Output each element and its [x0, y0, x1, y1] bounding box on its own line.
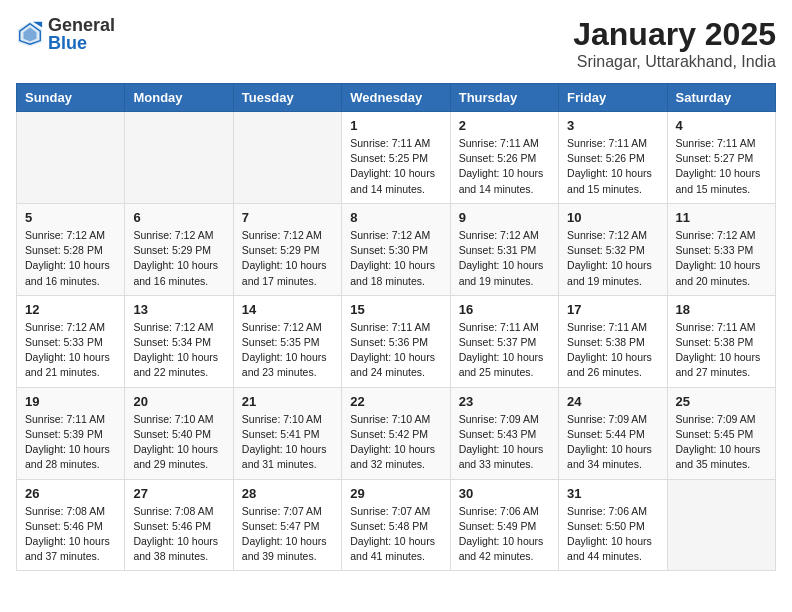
day-info: Sunrise: 7:11 AM Sunset: 5:38 PM Dayligh…	[567, 320, 658, 381]
calendar-cell: 5Sunrise: 7:12 AM Sunset: 5:28 PM Daylig…	[17, 203, 125, 295]
day-info: Sunrise: 7:12 AM Sunset: 5:31 PM Dayligh…	[459, 228, 550, 289]
day-info: Sunrise: 7:12 AM Sunset: 5:32 PM Dayligh…	[567, 228, 658, 289]
weekday-header-sunday: Sunday	[17, 84, 125, 112]
day-number: 21	[242, 394, 333, 409]
calendar-cell: 30Sunrise: 7:06 AM Sunset: 5:49 PM Dayli…	[450, 479, 558, 571]
day-info: Sunrise: 7:07 AM Sunset: 5:48 PM Dayligh…	[350, 504, 441, 565]
day-number: 14	[242, 302, 333, 317]
calendar-cell: 7Sunrise: 7:12 AM Sunset: 5:29 PM Daylig…	[233, 203, 341, 295]
week-row-2: 5Sunrise: 7:12 AM Sunset: 5:28 PM Daylig…	[17, 203, 776, 295]
logo-text: General Blue	[48, 16, 115, 52]
calendar-cell: 20Sunrise: 7:10 AM Sunset: 5:40 PM Dayli…	[125, 387, 233, 479]
day-info: Sunrise: 7:11 AM Sunset: 5:25 PM Dayligh…	[350, 136, 441, 197]
weekday-header-wednesday: Wednesday	[342, 84, 450, 112]
calendar-cell: 21Sunrise: 7:10 AM Sunset: 5:41 PM Dayli…	[233, 387, 341, 479]
day-info: Sunrise: 7:12 AM Sunset: 5:33 PM Dayligh…	[25, 320, 116, 381]
calendar-cell: 12Sunrise: 7:12 AM Sunset: 5:33 PM Dayli…	[17, 295, 125, 387]
calendar-cell	[17, 112, 125, 204]
calendar-cell: 10Sunrise: 7:12 AM Sunset: 5:32 PM Dayli…	[559, 203, 667, 295]
logo-blue: Blue	[48, 34, 115, 52]
weekday-header-monday: Monday	[125, 84, 233, 112]
week-row-1: 1Sunrise: 7:11 AM Sunset: 5:25 PM Daylig…	[17, 112, 776, 204]
weekday-header-thursday: Thursday	[450, 84, 558, 112]
calendar-cell: 9Sunrise: 7:12 AM Sunset: 5:31 PM Daylig…	[450, 203, 558, 295]
day-info: Sunrise: 7:11 AM Sunset: 5:26 PM Dayligh…	[567, 136, 658, 197]
day-info: Sunrise: 7:11 AM Sunset: 5:36 PM Dayligh…	[350, 320, 441, 381]
day-number: 19	[25, 394, 116, 409]
day-number: 25	[676, 394, 767, 409]
weekday-header-row: SundayMondayTuesdayWednesdayThursdayFrid…	[17, 84, 776, 112]
day-number: 26	[25, 486, 116, 501]
day-number: 29	[350, 486, 441, 501]
calendar-cell: 28Sunrise: 7:07 AM Sunset: 5:47 PM Dayli…	[233, 479, 341, 571]
day-number: 20	[133, 394, 224, 409]
calendar-cell: 19Sunrise: 7:11 AM Sunset: 5:39 PM Dayli…	[17, 387, 125, 479]
day-number: 23	[459, 394, 550, 409]
calendar-table: SundayMondayTuesdayWednesdayThursdayFrid…	[16, 83, 776, 571]
calendar-cell: 15Sunrise: 7:11 AM Sunset: 5:36 PM Dayli…	[342, 295, 450, 387]
day-info: Sunrise: 7:12 AM Sunset: 5:30 PM Dayligh…	[350, 228, 441, 289]
day-number: 24	[567, 394, 658, 409]
day-number: 28	[242, 486, 333, 501]
calendar-cell	[233, 112, 341, 204]
calendar-cell: 17Sunrise: 7:11 AM Sunset: 5:38 PM Dayli…	[559, 295, 667, 387]
day-number: 30	[459, 486, 550, 501]
calendar-cell: 27Sunrise: 7:08 AM Sunset: 5:46 PM Dayli…	[125, 479, 233, 571]
day-info: Sunrise: 7:06 AM Sunset: 5:49 PM Dayligh…	[459, 504, 550, 565]
calendar-cell: 23Sunrise: 7:09 AM Sunset: 5:43 PM Dayli…	[450, 387, 558, 479]
day-number: 10	[567, 210, 658, 225]
day-number: 11	[676, 210, 767, 225]
day-info: Sunrise: 7:09 AM Sunset: 5:45 PM Dayligh…	[676, 412, 767, 473]
day-info: Sunrise: 7:07 AM Sunset: 5:47 PM Dayligh…	[242, 504, 333, 565]
day-number: 13	[133, 302, 224, 317]
day-number: 18	[676, 302, 767, 317]
day-number: 12	[25, 302, 116, 317]
title-block: January 2025 Srinagar, Uttarakhand, Indi…	[573, 16, 776, 71]
day-number: 9	[459, 210, 550, 225]
day-number: 1	[350, 118, 441, 133]
calendar-cell: 1Sunrise: 7:11 AM Sunset: 5:25 PM Daylig…	[342, 112, 450, 204]
logo: General Blue	[16, 16, 115, 52]
month-title: January 2025	[573, 16, 776, 53]
day-info: Sunrise: 7:09 AM Sunset: 5:44 PM Dayligh…	[567, 412, 658, 473]
day-info: Sunrise: 7:10 AM Sunset: 5:41 PM Dayligh…	[242, 412, 333, 473]
day-number: 8	[350, 210, 441, 225]
day-number: 15	[350, 302, 441, 317]
day-info: Sunrise: 7:10 AM Sunset: 5:40 PM Dayligh…	[133, 412, 224, 473]
week-row-3: 12Sunrise: 7:12 AM Sunset: 5:33 PM Dayli…	[17, 295, 776, 387]
calendar-cell: 26Sunrise: 7:08 AM Sunset: 5:46 PM Dayli…	[17, 479, 125, 571]
page-header: General Blue January 2025 Srinagar, Utta…	[16, 16, 776, 71]
calendar-cell: 16Sunrise: 7:11 AM Sunset: 5:37 PM Dayli…	[450, 295, 558, 387]
week-row-5: 26Sunrise: 7:08 AM Sunset: 5:46 PM Dayli…	[17, 479, 776, 571]
day-number: 27	[133, 486, 224, 501]
day-info: Sunrise: 7:12 AM Sunset: 5:29 PM Dayligh…	[133, 228, 224, 289]
calendar-cell: 8Sunrise: 7:12 AM Sunset: 5:30 PM Daylig…	[342, 203, 450, 295]
day-number: 2	[459, 118, 550, 133]
day-number: 22	[350, 394, 441, 409]
day-info: Sunrise: 7:06 AM Sunset: 5:50 PM Dayligh…	[567, 504, 658, 565]
day-number: 5	[25, 210, 116, 225]
location: Srinagar, Uttarakhand, India	[573, 53, 776, 71]
calendar-cell: 24Sunrise: 7:09 AM Sunset: 5:44 PM Dayli…	[559, 387, 667, 479]
day-info: Sunrise: 7:12 AM Sunset: 5:29 PM Dayligh…	[242, 228, 333, 289]
calendar-cell	[667, 479, 775, 571]
day-info: Sunrise: 7:12 AM Sunset: 5:35 PM Dayligh…	[242, 320, 333, 381]
calendar-cell: 14Sunrise: 7:12 AM Sunset: 5:35 PM Dayli…	[233, 295, 341, 387]
day-info: Sunrise: 7:11 AM Sunset: 5:38 PM Dayligh…	[676, 320, 767, 381]
calendar-cell: 11Sunrise: 7:12 AM Sunset: 5:33 PM Dayli…	[667, 203, 775, 295]
calendar-cell: 25Sunrise: 7:09 AM Sunset: 5:45 PM Dayli…	[667, 387, 775, 479]
logo-general: General	[48, 16, 115, 34]
calendar-cell: 31Sunrise: 7:06 AM Sunset: 5:50 PM Dayli…	[559, 479, 667, 571]
day-info: Sunrise: 7:11 AM Sunset: 5:37 PM Dayligh…	[459, 320, 550, 381]
day-number: 3	[567, 118, 658, 133]
day-info: Sunrise: 7:12 AM Sunset: 5:28 PM Dayligh…	[25, 228, 116, 289]
day-number: 6	[133, 210, 224, 225]
calendar-cell: 18Sunrise: 7:11 AM Sunset: 5:38 PM Dayli…	[667, 295, 775, 387]
calendar-cell: 4Sunrise: 7:11 AM Sunset: 5:27 PM Daylig…	[667, 112, 775, 204]
day-info: Sunrise: 7:12 AM Sunset: 5:33 PM Dayligh…	[676, 228, 767, 289]
weekday-header-tuesday: Tuesday	[233, 84, 341, 112]
calendar-cell	[125, 112, 233, 204]
day-info: Sunrise: 7:11 AM Sunset: 5:39 PM Dayligh…	[25, 412, 116, 473]
calendar-cell: 2Sunrise: 7:11 AM Sunset: 5:26 PM Daylig…	[450, 112, 558, 204]
week-row-4: 19Sunrise: 7:11 AM Sunset: 5:39 PM Dayli…	[17, 387, 776, 479]
